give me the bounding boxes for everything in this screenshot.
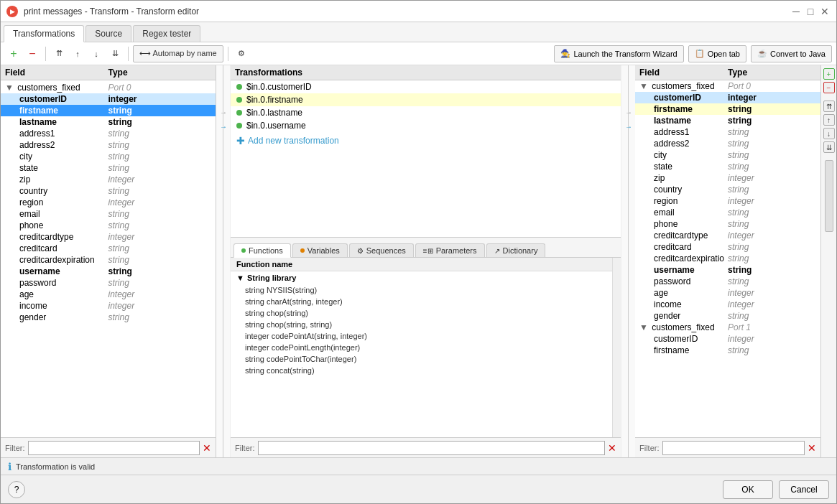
right-scrollbar[interactable] [825,160,833,232]
close-button[interactable]: ✕ [819,6,831,17]
tab-transformations[interactable]: Transformations [4,25,84,42]
tab-sequences[interactable]: ⚙ Sequences [349,243,414,257]
list-item[interactable]: country string [635,184,820,195]
list-item[interactable]: zip integer [635,172,820,184]
tab-source[interactable]: Source [85,25,131,42]
list-item[interactable]: firstname string [635,345,820,356]
list-item[interactable]: creditcardtype integer [635,230,820,241]
list-item[interactable]: city string [635,149,820,161]
left-filter-input[interactable] [28,441,200,455]
right-filter-input[interactable] [662,441,805,455]
right-bottom-button[interactable]: ⇊ [823,141,835,153]
list-item[interactable]: state string [635,161,820,172]
list-item[interactable]: $in.0.firstname [231,93,621,106]
list-item[interactable]: firstname string [635,103,820,115]
right-filter-clear[interactable]: ✕ [808,442,816,454]
list-item[interactable]: $in.0.username [231,119,621,132]
list-item[interactable]: address2 string [635,138,820,149]
move-bottom-button[interactable]: ⇊ [106,45,124,62]
right-connector-arrow-1: → [624,108,634,116]
mid-filter-clear[interactable]: ✕ [608,442,616,454]
list-item[interactable]: string codePointToChar(integer) [231,353,612,365]
list-item[interactable]: customerID integer [1,93,216,105]
add-button[interactable]: + [5,45,22,62]
list-item[interactable]: username string [1,266,216,277]
tab-regex-tester[interactable]: Regex tester [133,25,200,42]
list-item[interactable]: address1 string [1,128,216,139]
list-item[interactable]: region integer [635,195,820,207]
list-item[interactable]: phone string [635,218,820,230]
list-item[interactable]: phone string [1,220,216,231]
right-top-button[interactable]: ⇈ [823,101,835,112]
list-item[interactable]: ▼ customers_fixed Port 0 [635,80,820,92]
tab-parameters[interactable]: ≡⊞ Parameters [415,243,485,257]
list-item[interactable]: city string [1,151,216,162]
right-field-tree: ▼ customers_fixed Port 0 customerID inte… [635,80,820,437]
list-item[interactable]: customerID integer [635,92,820,103]
add-transformation[interactable]: ✚ Add new transformation [231,132,621,149]
right-add-button[interactable]: + [823,68,835,80]
help-button[interactable]: ? [8,481,25,498]
list-item[interactable]: region integer [1,197,216,208]
list-item[interactable]: email string [635,207,820,218]
list-item[interactable]: creditcard string [635,241,820,253]
list-item[interactable]: gender string [635,310,820,322]
list-item[interactable]: creditcardtype integer [1,231,216,243]
list-item[interactable]: creditcard string [1,243,216,254]
minimize-button[interactable]: ─ [790,6,802,17]
list-item[interactable]: lastname string [635,115,820,126]
list-item[interactable]: age integer [635,287,820,299]
move-top-button[interactable]: ⇈ [50,45,68,62]
move-up-button[interactable]: ↑ [69,45,86,62]
list-item[interactable]: string chop(string) [231,307,612,319]
list-item[interactable]: email string [1,208,216,220]
ok-button[interactable]: OK [723,480,773,499]
list-item[interactable]: gender string [1,312,216,323]
list-item[interactable]: integer codePointAt(string, integer) [231,330,612,342]
list-item[interactable]: lastname string [1,116,216,128]
list-item[interactable]: username string [635,264,820,276]
right-remove-button[interactable]: − [823,82,835,93]
launch-wizard-button[interactable]: 🧙 Launch the Transform Wizard [554,45,683,62]
list-item[interactable]: $in.0.customerID [231,80,621,93]
list-item[interactable]: password string [1,277,216,289]
list-item[interactable]: creditcardexpiration string [1,254,216,266]
left-filter-clear[interactable]: ✕ [203,442,211,454]
right-down-button[interactable]: ↓ [823,128,835,139]
list-item[interactable]: age integer [1,289,216,300]
list-item[interactable]: password string [635,276,820,287]
tab-dictionary[interactable]: ↗ Dictionary [486,243,546,257]
tab-functions[interactable]: Functions [233,243,291,258]
maximize-button[interactable]: □ [805,6,816,17]
mid-filter-input[interactable] [258,441,606,455]
list-item[interactable]: ▼ customers_fixed Port 1 [635,322,820,333]
tab-variables[interactable]: Variables [292,243,348,257]
list-item[interactable]: string concat(string) [231,365,612,376]
list-item[interactable]: string charAt(string, integer) [231,296,612,307]
list-item[interactable]: income integer [635,299,820,310]
list-item[interactable]: ▼ customers_fixed Port 0 [1,82,216,93]
list-item[interactable]: creditcardexpiratio string [635,253,820,264]
list-item[interactable]: country string [1,185,216,197]
list-item[interactable]: customerID integer [635,333,820,345]
list-item[interactable]: zip integer [1,174,216,185]
convert-java-button[interactable]: ☕ Convert to Java [751,45,832,62]
list-item[interactable]: $in.0.lastname [231,106,621,119]
list-item[interactable]: firstname string [1,105,216,116]
list-item[interactable]: address2 string [1,139,216,151]
open-tab-button[interactable]: 📋 Open tab [688,45,746,62]
list-item[interactable]: state string [1,162,216,174]
cancel-button[interactable]: Cancel [779,480,829,499]
func-scrollbar[interactable] [612,258,621,437]
automap-button[interactable]: ⟷ Automap by name [133,45,223,62]
string-library-group[interactable]: ▼ String library [231,271,612,284]
list-item[interactable]: string NYSIIS(string) [231,284,612,296]
list-item[interactable]: income integer [1,300,216,312]
right-up-button[interactable]: ↑ [823,114,835,126]
list-item[interactable]: integer codePointLength(integer) [231,342,612,353]
remove-button[interactable]: − [24,45,41,62]
settings-button[interactable]: ⚙ [233,45,250,62]
list-item[interactable]: address1 string [635,126,820,138]
move-down-button[interactable]: ↓ [88,45,105,62]
list-item[interactable]: string chop(string, string) [231,319,612,330]
